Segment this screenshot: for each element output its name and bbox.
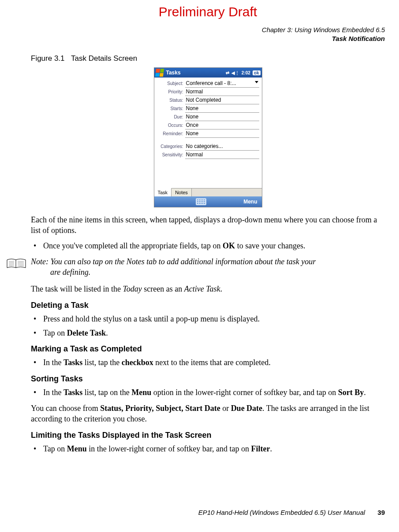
app-title: Tasks xyxy=(166,70,226,76)
row-starts: Starts: None xyxy=(157,104,259,113)
paragraph: The task will be listed in the Today scr… xyxy=(31,284,385,294)
row-subject: Subject: Conference call - 8:... xyxy=(157,79,259,88)
keyboard-icon[interactable] xyxy=(196,198,206,205)
label: Priority: xyxy=(157,89,185,94)
row-occurs: Occurs: Once xyxy=(157,121,259,129)
screenshot-figure: Tasks ⇄ ◀⋮ 2:02 ok Subject: Conference c… xyxy=(31,67,385,207)
list-item: Once you've completed all the appropriat… xyxy=(43,240,385,251)
draft-banner: Preliminary Draft xyxy=(31,4,385,19)
figure-caption: Figure 3.1 Task Details Screen xyxy=(31,54,385,63)
label: Reminder: xyxy=(157,131,185,136)
ok-button[interactable]: ok xyxy=(253,70,261,75)
label: Sensitivity: xyxy=(157,152,185,157)
status-icons: ⇄ ◀⋮ 2:02 ok xyxy=(226,70,261,75)
label: Subject: xyxy=(157,81,185,86)
label: Status: xyxy=(157,98,185,103)
device-titlebar: Tasks ⇄ ◀⋮ 2:02 ok xyxy=(154,68,262,78)
note-text: Note: You can also tap on the Notes tab … xyxy=(31,256,385,278)
value-occurs[interactable]: Once xyxy=(185,121,259,129)
header-chapter: Chapter 3: Using Windows Embedded 6.5 xyxy=(31,26,385,34)
row-priority: Priority: Normal xyxy=(157,88,259,96)
paragraph: You can choose from Status, Priority, Su… xyxy=(31,403,385,425)
list-item: In the Tasks list, tap on the Menu optio… xyxy=(43,387,385,398)
value-due[interactable]: None xyxy=(185,113,259,121)
list-item: Tap on Menu in the lower-right corner of… xyxy=(43,443,385,454)
figure-title: Task Details Screen xyxy=(71,54,137,63)
label: Occurs: xyxy=(157,123,185,128)
label: Due: xyxy=(157,115,185,119)
page-header: Chapter 3: Using Windows Embedded 6.5 Ta… xyxy=(31,26,385,43)
row-status: Status: Not Completed xyxy=(157,96,259,104)
list-item: In the Tasks list, tap the checkbox next… xyxy=(43,357,385,368)
windows-logo-icon xyxy=(155,69,164,77)
page-footer: EP10 Hand-Held (Windows Embedded 6.5) Us… xyxy=(198,509,385,516)
figure-number: Figure 3.1 xyxy=(31,54,65,63)
row-due: Due: None xyxy=(157,113,259,121)
softkey-menu[interactable]: Menu xyxy=(243,199,257,205)
list-item: Tap on Delete Task. xyxy=(43,328,385,338)
label: Starts: xyxy=(157,106,185,111)
subheading-limiting: Limiting the Tasks Displayed in the Task… xyxy=(31,431,385,440)
volume-icon: ◀⋮ xyxy=(231,70,239,75)
value-reminder[interactable]: None xyxy=(185,129,259,138)
device-softkey-bar: Menu xyxy=(154,196,262,207)
header-section: Task Notification xyxy=(31,34,385,43)
tab-notes[interactable]: Notes xyxy=(172,188,192,196)
value-subject[interactable]: Conference call - 8:... xyxy=(185,79,259,88)
tab-task[interactable]: Task xyxy=(154,188,172,196)
manual-title: EP10 Hand-Held (Windows Embedded 6.5) Us… xyxy=(198,509,365,516)
dropdown-icon xyxy=(255,81,258,83)
device-tabs: Task Notes xyxy=(154,188,262,196)
subheading-marking: Marking a Task as Completed xyxy=(31,344,385,354)
label: Categories: xyxy=(157,144,185,149)
signal-icon: ⇄ xyxy=(226,70,229,75)
subheading-sorting: Sorting Tasks xyxy=(31,374,385,384)
row-categories: Categories: No categories... xyxy=(157,142,259,151)
row-sensitivity: Sensitivity: Normal xyxy=(157,151,259,159)
list-item: Press and hold the stylus on a task unti… xyxy=(43,314,385,324)
value-sensitivity[interactable]: Normal xyxy=(185,151,259,159)
subheading-deleting: Deleting a Task xyxy=(31,301,385,310)
clock: 2:02 xyxy=(242,70,250,75)
device-body: Subject: Conference call - 8:... Priorit… xyxy=(154,78,262,188)
paragraph: Each of the nine items in this screen, w… xyxy=(31,214,385,236)
row-reminder: Reminder: None xyxy=(157,129,259,138)
note-block: Note: You can also tap on the Notes tab … xyxy=(6,256,385,278)
value-priority[interactable]: Normal xyxy=(185,88,259,96)
device-screenshot: Tasks ⇄ ◀⋮ 2:02 ok Subject: Conference c… xyxy=(154,67,262,207)
value-starts[interactable]: None xyxy=(185,104,259,113)
value-status[interactable]: Not Completed xyxy=(185,96,259,104)
value-categories[interactable]: No categories... xyxy=(185,142,259,151)
page-number: 39 xyxy=(377,509,385,516)
book-icon xyxy=(6,257,26,273)
